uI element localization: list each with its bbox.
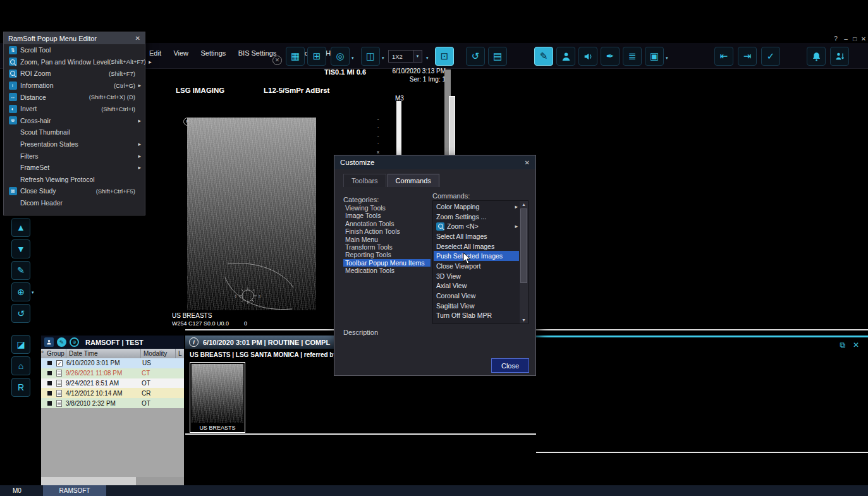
- category-item[interactable]: Medication Tools: [343, 267, 431, 274]
- category-item[interactable]: Finish Action Tools: [343, 227, 431, 235]
- command-item[interactable]: Color Mapping ▸: [434, 202, 519, 212]
- popup-editor-titlebar[interactable]: RamSoft Popup Menu Editor ✕: [4, 32, 145, 44]
- export-image-button[interactable]: ◪: [11, 335, 30, 354]
- push-left-icon[interactable]: ⇤: [714, 47, 733, 66]
- command-item[interactable]: Select All Images: [434, 231, 519, 241]
- secondary-viewport[interactable]: ⧉ ✕: [536, 336, 868, 453]
- category-item[interactable]: Reporting Tools: [343, 251, 431, 258]
- stethoscope-icon[interactable]: ◎: [331, 47, 350, 66]
- category-item[interactable]: Image Tools: [343, 212, 431, 219]
- chevron-down-icon[interactable]: ▾: [426, 56, 429, 61]
- close-button[interactable]: Close: [491, 358, 529, 373]
- study-row[interactable]: 4/12/2012 10:14 AM CR: [41, 388, 184, 398]
- audio-icon[interactable]: [578, 47, 597, 66]
- undo-icon[interactable]: ↺: [466, 47, 485, 66]
- window-close-button[interactable]: ✕: [860, 35, 867, 42]
- study-book-icon[interactable]: ▤: [488, 47, 507, 66]
- image-export-icon[interactable]: ▣: [645, 47, 664, 66]
- layout-select[interactable]: 1X2 ▾: [388, 50, 422, 63]
- command-item-selected[interactable]: Push Selected Images: [434, 251, 519, 261]
- close-icon[interactable]: ✕: [525, 159, 530, 166]
- command-item[interactable]: Zoom Settings ...: [434, 212, 519, 222]
- category-item[interactable]: Viewing Tools: [343, 204, 431, 212]
- viewport-layout-icon[interactable]: ⊞: [307, 47, 326, 66]
- chevron-down-icon[interactable]: ▾: [382, 56, 384, 61]
- command-item[interactable]: Coronal View: [434, 291, 519, 301]
- command-item[interactable]: Zoom <N> ▸: [434, 221, 519, 231]
- compare-layout-icon[interactable]: ◫: [361, 47, 380, 66]
- column-modality[interactable]: Modality: [140, 349, 175, 358]
- study-row[interactable]: 9/26/2021 11:08 PM CT: [41, 368, 184, 378]
- patient-exchange-icon[interactable]: [830, 47, 849, 66]
- chevron-down-icon[interactable]: ▾: [413, 51, 422, 62]
- annotate-pen-icon[interactable]: ✎: [534, 47, 553, 66]
- command-item[interactable]: Sagittal View: [434, 301, 519, 311]
- command-item[interactable]: Axial View: [434, 281, 519, 291]
- command-item[interactable]: Deselect All Images: [434, 241, 519, 251]
- study-row[interactable]: 9/24/2021 8:51 AM OT: [41, 378, 184, 389]
- command-item[interactable]: Close Viewport: [434, 261, 519, 271]
- chevron-down-icon[interactable]: ▾: [32, 290, 34, 295]
- recon-button[interactable]: R: [11, 378, 30, 397]
- rotate-tool-button[interactable]: ↺: [11, 304, 30, 323]
- report-doc-icon[interactable]: [56, 390, 62, 397]
- scroll-down-icon[interactable]: ▼: [522, 317, 526, 324]
- menu-settings[interactable]: Settings: [201, 49, 226, 57]
- push-confirm-icon[interactable]: ✓: [761, 47, 780, 66]
- tab-toolbars[interactable]: Toolbars: [343, 174, 386, 187]
- tab-commands[interactable]: Commands: [388, 174, 439, 187]
- scrollbar-thumb[interactable]: [41, 477, 136, 485]
- marker-pen-icon[interactable]: ✒: [601, 47, 620, 66]
- category-item[interactable]: Main Menu: [343, 236, 431, 243]
- menu-item-refresh-viewing-protocol[interactable]: Refresh Viewing Protocol: [4, 174, 145, 186]
- study-row[interactable]: 3/8/2010 2:32 PM OT: [41, 398, 184, 408]
- edit-pen-icon[interactable]: ✎: [57, 337, 66, 347]
- disable-icon[interactable]: ✕: [272, 56, 282, 65]
- menu-item-distance[interactable]: ↔ Distance (Shift+Ctrl+X) (D): [4, 91, 145, 103]
- column-date-time[interactable]: Date Time: [66, 349, 140, 358]
- chevron-down-icon[interactable]: ▾: [666, 56, 668, 61]
- window-help-button[interactable]: ?: [832, 35, 840, 42]
- report-doc-icon[interactable]: [56, 380, 62, 387]
- chevron-down-icon[interactable]: ▾: [351, 56, 354, 61]
- series-thumbnail[interactable]: US BREASTS: [190, 362, 245, 433]
- scroll-up-icon[interactable]: ▲: [522, 201, 526, 208]
- menu-item-close-study[interactable]: ⊠ Close Study (Shift+Ctrl+F5): [4, 185, 145, 197]
- report-doc-icon[interactable]: [56, 370, 62, 377]
- patient-icon[interactable]: [44, 337, 54, 347]
- patient-info-icon[interactable]: [556, 47, 575, 66]
- crosshair-tool-button[interactable]: ⊕: [11, 282, 30, 301]
- menu-item-filters[interactable]: Filters ▸: [4, 150, 145, 162]
- menu-item-information[interactable]: i Information (Ctrl+G) ▸: [4, 80, 145, 92]
- category-item-selected[interactable]: Toolbar Popup Menu Items: [343, 259, 431, 267]
- menu-item-frameset[interactable]: FrameSet ▸: [4, 162, 145, 174]
- command-item[interactable]: 3D View: [434, 271, 519, 281]
- menu-edit[interactable]: Edit: [149, 49, 161, 57]
- category-item[interactable]: Transform Tools: [343, 243, 431, 251]
- column-group[interactable]: Group: [44, 349, 66, 358]
- report-doc-icon[interactable]: [56, 400, 62, 407]
- notification-bell-icon[interactable]: [807, 47, 826, 66]
- command-item[interactable]: Turn Off Slab MPR: [434, 311, 519, 321]
- needle-tool-button[interactable]: ✎: [11, 261, 30, 280]
- menu-view[interactable]: View: [173, 49, 188, 57]
- scrollbar-thumb[interactable]: [520, 209, 527, 283]
- study-list-hscrollbar[interactable]: [41, 477, 184, 485]
- menu-item-presentation-states[interactable]: Presentation States ▸: [4, 138, 145, 150]
- menu-item-invert[interactable]: ◐ Invert (Shift+Ctrl+I): [4, 103, 145, 115]
- status-tab-ramsoft[interactable]: RAMSOFT: [43, 485, 106, 496]
- target-icon[interactable]: ⊕: [70, 337, 79, 347]
- grid-layout-icon[interactable]: ▦: [286, 47, 305, 66]
- close-icon[interactable]: ✕: [135, 35, 140, 42]
- home-layout-button[interactable]: ⌂: [11, 356, 30, 375]
- menu-item-cross-hair[interactable]: ⊕ Cross-hair ▸: [4, 115, 145, 127]
- close-icon[interactable]: ✕: [853, 341, 859, 349]
- fit-viewport-icon[interactable]: ⊡: [435, 47, 454, 66]
- menu-bis-settings[interactable]: BIS Settings: [238, 49, 277, 57]
- push-right-icon[interactable]: ⇥: [738, 47, 757, 66]
- menu-item-zoom-pan-wl[interactable]: Zoom, Pan and Window Level (Shift+Alt+F7…: [4, 56, 145, 68]
- menu-item-scout-thumbnail[interactable]: Scout Thumbnail: [4, 126, 145, 138]
- menu-item-roi-zoom[interactable]: ROI Zoom (Shift+F7): [4, 68, 145, 80]
- report-list-icon[interactable]: ≣: [623, 47, 642, 66]
- page-down-button[interactable]: ▼: [11, 239, 30, 258]
